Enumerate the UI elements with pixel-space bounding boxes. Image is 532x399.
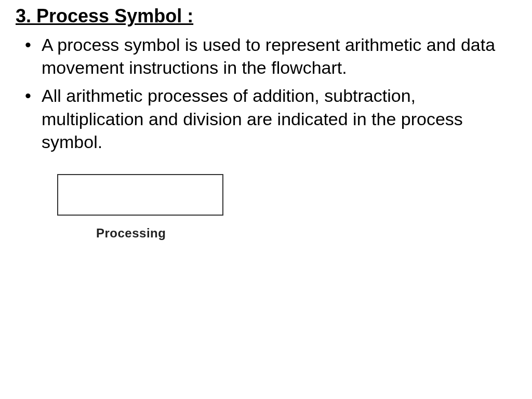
bullet-item: All arithmetic processes of addition, su… [21,84,516,153]
section-heading: 3. Process Symbol : [16,5,516,27]
bullet-list: A process symbol is used to represent ar… [16,33,516,153]
diagram-label: Processing [96,226,516,241]
process-symbol-rectangle [57,174,223,216]
bullet-item: A process symbol is used to represent ar… [21,33,516,79]
diagram-container: Processing [57,174,516,241]
